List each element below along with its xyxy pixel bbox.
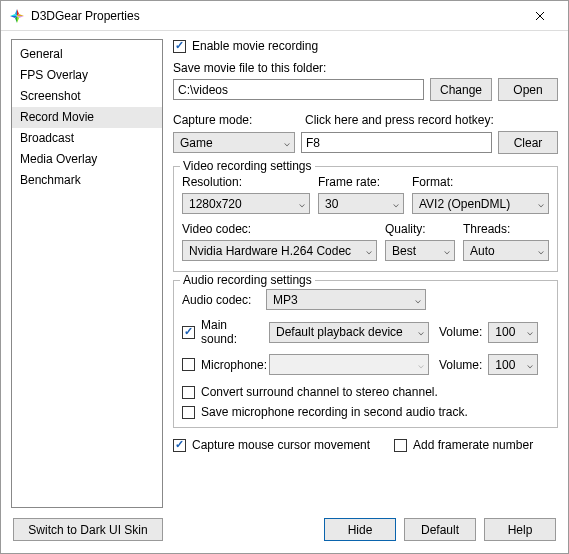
framerate-label: Frame rate: xyxy=(318,175,404,189)
threads-label: Threads: xyxy=(463,222,549,236)
microphone-select[interactable] xyxy=(269,354,429,375)
sidebar-item-benchmark[interactable]: Benchmark xyxy=(12,170,162,191)
save-folder-input[interactable] xyxy=(173,79,424,100)
video-group-title: Video recording settings xyxy=(180,159,315,173)
save-mic-track-checkbox[interactable] xyxy=(182,406,195,419)
help-button[interactable]: Help xyxy=(484,518,556,541)
add-framerate-label: Add framerate number xyxy=(413,438,533,452)
clear-button[interactable]: Clear xyxy=(498,131,558,154)
main-volume-label: Volume: xyxy=(439,325,482,339)
switch-skin-button[interactable]: Switch to Dark UI Skin xyxy=(13,518,163,541)
video-settings-group: Video recording settings Resolution: Fra… xyxy=(173,166,558,272)
microphone-checkbox[interactable] xyxy=(182,358,195,371)
main-panel: Enable movie recording Save movie file t… xyxy=(173,39,558,508)
hide-button[interactable]: Hide xyxy=(324,518,396,541)
audio-settings-group: Audio recording settings Audio codec: MP… xyxy=(173,280,558,428)
sidebar-item-record-movie[interactable]: Record Movie xyxy=(12,107,162,128)
resolution-label: Resolution: xyxy=(182,175,310,189)
main-sound-label: Main sound: xyxy=(201,318,263,346)
convert-surround-label: Convert surround channel to stereo chann… xyxy=(201,385,438,399)
sidebar-item-screenshot[interactable]: Screenshot xyxy=(12,86,162,107)
quality-label: Quality: xyxy=(385,222,455,236)
sidebar-item-general[interactable]: General xyxy=(12,44,162,65)
enable-recording-label: Enable movie recording xyxy=(192,39,318,53)
quality-select[interactable]: Best xyxy=(385,240,455,261)
enable-recording-checkbox[interactable] xyxy=(173,40,186,53)
resolution-select[interactable]: 1280x720 xyxy=(182,193,310,214)
main-sound-select[interactable]: Default playback device xyxy=(269,322,429,343)
framerate-select[interactable]: 30 xyxy=(318,193,404,214)
convert-surround-checkbox[interactable] xyxy=(182,386,195,399)
main-sound-checkbox[interactable] xyxy=(182,326,195,339)
capture-cursor-label: Capture mouse cursor movement xyxy=(192,438,370,452)
window-title: D3DGear Properties xyxy=(31,9,520,23)
audio-codec-select[interactable]: MP3 xyxy=(266,289,426,310)
capture-cursor-checkbox[interactable] xyxy=(173,439,186,452)
add-framerate-checkbox[interactable] xyxy=(394,439,407,452)
footer: Switch to Dark UI Skin Hide Default Help xyxy=(1,512,568,553)
capture-mode-label: Capture mode: xyxy=(173,113,301,127)
hotkey-input[interactable] xyxy=(301,132,492,153)
default-button[interactable]: Default xyxy=(404,518,476,541)
mic-volume-label: Volume: xyxy=(439,358,482,372)
microphone-label: Microphone: xyxy=(201,358,263,372)
threads-select[interactable]: Auto xyxy=(463,240,549,261)
save-mic-track-label: Save microphone recording in second audi… xyxy=(201,405,468,419)
hotkey-label: Click here and press record hotkey: xyxy=(305,113,558,127)
properties-window: D3DGear Properties General FPS Overlay S… xyxy=(0,0,569,554)
capture-mode-select[interactable]: Game xyxy=(173,132,295,153)
codec-select[interactable]: Nvidia Hardware H.264 Codec xyxy=(182,240,377,261)
change-button[interactable]: Change xyxy=(430,78,492,101)
mic-volume-select[interactable]: 100 xyxy=(488,354,538,375)
app-icon xyxy=(9,8,25,24)
format-label: Format: xyxy=(412,175,549,189)
titlebar: D3DGear Properties xyxy=(1,1,568,31)
codec-label: Video codec: xyxy=(182,222,377,236)
sidebar-item-media-overlay[interactable]: Media Overlay xyxy=(12,149,162,170)
open-button[interactable]: Open xyxy=(498,78,558,101)
sidebar-item-fps-overlay[interactable]: FPS Overlay xyxy=(12,65,162,86)
category-list: General FPS Overlay Screenshot Record Mo… xyxy=(11,39,163,508)
format-select[interactable]: AVI2 (OpenDML) xyxy=(412,193,549,214)
audio-group-title: Audio recording settings xyxy=(180,273,315,287)
save-folder-label: Save movie file to this folder: xyxy=(173,61,558,75)
audio-codec-label: Audio codec: xyxy=(182,293,260,307)
sidebar-item-broadcast[interactable]: Broadcast xyxy=(12,128,162,149)
main-volume-select[interactable]: 100 xyxy=(488,322,538,343)
close-button[interactable] xyxy=(520,1,560,31)
